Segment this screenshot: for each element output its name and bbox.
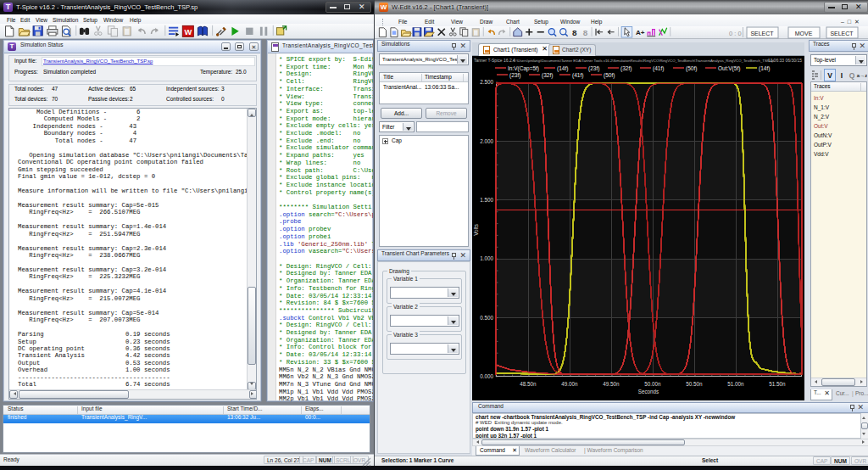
svg-text:(23f): (23f) [588, 65, 599, 72]
svg-text:48.50n: 48.50n [520, 381, 537, 387]
svg-text:50.50n: 50.50n [686, 381, 703, 387]
svg-text:2.000: 2.000 [480, 138, 493, 144]
svg-text:Out:V(5f): Out:V(5f) [718, 65, 740, 72]
svg-text:51.00n: 51.00n [727, 381, 744, 387]
svg-text:(41f): (41f) [572, 72, 583, 79]
svg-text:13:06:33 06/30/15: 13:06:33 06/30/15 [768, 58, 803, 63]
svg-text:(50f): (50f) [686, 65, 697, 72]
svg-text:0.500: 0.500 [480, 315, 493, 321]
svg-text:Volts: Volts [473, 224, 479, 236]
svg-text:8: 8 [583, 28, 588, 37]
svg-text:SELECT: SELECT [750, 31, 774, 36]
svg-text:(14f): (14f) [557, 65, 568, 72]
svg-text:Tanner T-Spice 16.2.4: Tanner T-Spice 16.2.4 [474, 58, 515, 63]
svg-text:a→z: a→z [857, 73, 867, 78]
svg-text:C:\Users\pnilangi\Documents\Ta: C:\Users\pnilangi\Documents\Tanner EDA\T… [513, 59, 774, 63]
svg-text:(41f): (41f) [653, 65, 664, 72]
svg-text:49.50n: 49.50n [603, 381, 620, 387]
svg-text:51.50n: 51.50n [769, 381, 786, 387]
svg-text:Q: Q [849, 71, 855, 80]
svg-text:MOVE: MOVE [795, 31, 813, 36]
svg-text:W: W [184, 28, 192, 36]
svg-text:(23f): (23f) [509, 72, 520, 79]
svg-text:(32f): (32f) [620, 65, 632, 72]
svg-text:1.000: 1.000 [480, 255, 493, 261]
svg-text:V: V [827, 71, 832, 80]
svg-text:50.00n: 50.00n [644, 381, 661, 387]
svg-text:8: 8 [572, 28, 577, 37]
svg-text:(50f): (50f) [604, 72, 615, 79]
svg-text:I: I [841, 71, 843, 80]
svg-text:2.500: 2.500 [480, 79, 493, 85]
svg-text:0.000: 0.000 [480, 373, 493, 379]
svg-text:Seconds: Seconds [638, 389, 659, 394]
svg-text:1.500: 1.500 [480, 197, 493, 203]
svg-text:49.00n: 49.00n [561, 381, 578, 387]
svg-text:(14f): (14f) [759, 65, 770, 72]
svg-text:In:V(Cap=5f): In:V(Cap=5f) [508, 65, 539, 72]
svg-text:A+: A+ [636, 29, 645, 36]
svg-text:0 : 0: 0 : 0 [729, 30, 742, 37]
svg-text:(32f): (32f) [542, 72, 553, 79]
svg-text:SELECT: SELECT [830, 31, 854, 36]
